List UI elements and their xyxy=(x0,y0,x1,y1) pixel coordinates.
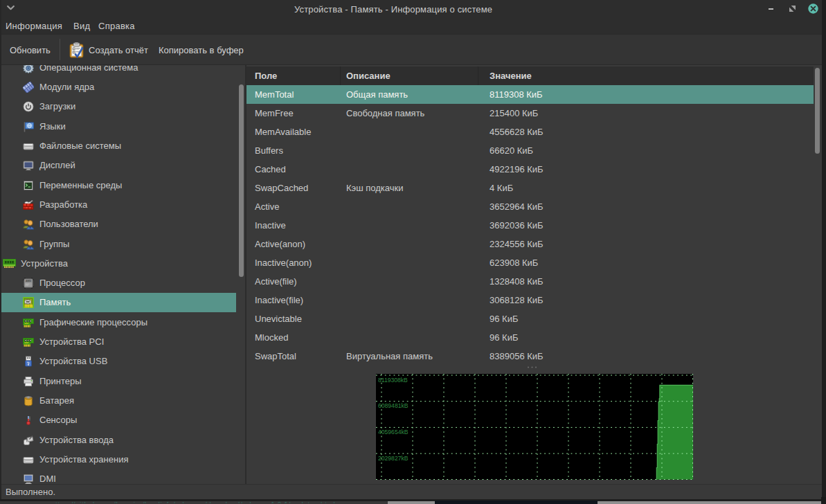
svg-text:4059654kB: 4059654kB xyxy=(378,429,408,435)
svg-text:AMD: AMD xyxy=(26,280,32,282)
svg-text:2029827kB: 2029827kB xyxy=(378,455,408,462)
svg-text:8119308kB: 8119308kB xyxy=(378,377,408,384)
svg-text:6089481kB: 6089481kB xyxy=(378,402,408,409)
